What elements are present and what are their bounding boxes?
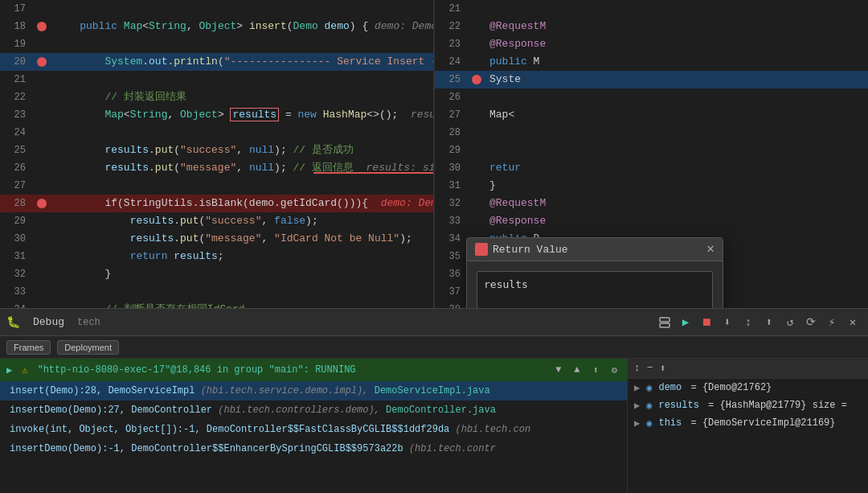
var-item-demo[interactable]: ▶ ◉ demo = {Demo@21762} xyxy=(628,379,868,396)
right-line-25: 25 Syste xyxy=(435,71,868,88)
code-line-19: 19 xyxy=(0,35,433,53)
dialog-close-button[interactable]: ✕ xyxy=(706,243,714,256)
thread-expand-icon[interactable]: ▼ xyxy=(555,364,561,376)
code-line-20: 20 System.out.println("---------------- … xyxy=(0,53,433,71)
return-value-input[interactable]: results xyxy=(477,271,713,308)
code-line-21: 21 xyxy=(0,71,433,88)
thread-filter-icon[interactable]: ⬆ xyxy=(593,364,599,376)
var-demo-eq: = {Demo@21762} xyxy=(685,382,772,393)
right-line-30: 30 retur xyxy=(435,159,868,177)
stack-list: insert(Demo):28, DemoServiceImpl (hbi.te… xyxy=(0,381,627,493)
svg-rect-1 xyxy=(660,318,669,322)
var-results-icon: ◉ xyxy=(646,400,652,412)
stack-frame-0[interactable]: insert(Demo):28, DemoServiceImpl (hbi.te… xyxy=(0,381,627,401)
code-line-23: 23 Map<String, Object> results = new Has… xyxy=(0,106,433,124)
tech-label: tech xyxy=(77,317,100,328)
right-line-31: 31 } xyxy=(435,177,868,195)
return-value-dialog[interactable]: Return Value ✕ results ? OK Cancel xyxy=(466,237,723,308)
code-line-32: 32 } xyxy=(0,265,433,283)
code-line-29: 29 results.put("success", false); xyxy=(0,212,433,230)
dialog-title-bar: Return Value ✕ xyxy=(467,238,723,261)
debug-btn-stop[interactable]: ⏹ xyxy=(698,314,715,331)
breakpoint-18[interactable] xyxy=(37,22,47,31)
debug-btn-more[interactable]: ⚡ xyxy=(823,314,841,331)
stack-frame-2[interactable]: invoke(int, Object, Object[]):-1, DemoCo… xyxy=(0,420,627,439)
var-expand-this[interactable]: ▶ xyxy=(634,417,640,429)
main-container: 17 18 public Map<String, Object> insert(… xyxy=(0,0,868,493)
right-line-28: 28 xyxy=(435,124,868,142)
code-lines: 17 18 public Map<String, Object> insert(… xyxy=(0,0,433,308)
var-results-name: results xyxy=(658,400,698,411)
right-line-29: 29 xyxy=(435,142,868,159)
code-line-33: 33 xyxy=(0,283,433,301)
code-line-31: 31 return results; xyxy=(0,248,433,265)
code-line-17: 17 xyxy=(0,0,433,18)
breakpoint-20[interactable] xyxy=(37,57,47,67)
code-area: 17 18 public Map<String, Object> insert(… xyxy=(0,0,868,308)
dialog-icon xyxy=(475,243,488,256)
var-item-this[interactable]: ▶ ◉ this = {DemoServiceImpl@21169} xyxy=(628,414,868,432)
stack-frame-3-method: insertDemo(Demo):-1, DemoController$$Enh… xyxy=(10,443,403,454)
deployment-button[interactable]: Deployment xyxy=(57,340,119,355)
var-collapse-icon[interactable]: − xyxy=(647,362,653,375)
thread-text: "http-nio-8080-exec-17"@18,846 in group … xyxy=(37,364,355,376)
var-demo-name: demo xyxy=(658,382,682,393)
stack-frame-0-location: (hbi.tech.service.demo.impl), xyxy=(201,385,369,396)
code-line-28: 28 if(StringUtils.isBlank(demo.getIdCard… xyxy=(0,195,433,212)
right-line-32: 32 @RequestM xyxy=(435,195,868,212)
stack-frame-3-location: (hbi.tech.contr xyxy=(409,443,496,454)
debug-toolbar: 🐛 Debug tech ▶ ⏹ ⬇ ↕ ⬆ ↺ ⟳ ⚡ ✕ xyxy=(0,309,868,336)
stack-frame-1-method: insertDemo(Demo):27, DemoController xyxy=(10,405,212,416)
breakpoint-28[interactable] xyxy=(37,199,47,208)
breakpoint-25[interactable] xyxy=(472,75,481,84)
var-toolbar: ↕ − ⬆ xyxy=(628,359,868,379)
thread-row: ▶ ⚠ "http-nio-8080-exec-17"@18,846 in gr… xyxy=(0,359,627,381)
stack-frame-0-file: DemoServiceImpl.java xyxy=(375,385,490,396)
stack-frame-1-file: DemoController.java xyxy=(386,405,496,416)
code-line-24: 24 xyxy=(0,124,433,142)
code-line-30: 30 results.put("message", "IdCard Not be… xyxy=(0,230,433,248)
var-sort-icon[interactable]: ⬆ xyxy=(660,362,666,375)
var-this-eq: = {DemoServiceImpl@21169} xyxy=(685,417,835,429)
right-line-21: 21 xyxy=(435,0,868,18)
dialog-body: results xyxy=(467,261,723,308)
debug-btn-step-into[interactable]: ↕ xyxy=(739,314,757,331)
debug-btn-run-cursor[interactable]: ↺ xyxy=(781,314,799,331)
debug-btn-step-over[interactable]: ⬇ xyxy=(719,314,736,331)
thread-warning-icon: ⚠ xyxy=(22,364,27,376)
frames-button[interactable]: Frames xyxy=(6,340,51,355)
variables-panel: ↕ − ⬆ ▶ ◉ demo = {Demo@21762} ▶ ◉ result… xyxy=(627,359,868,493)
debug-btn-step-out[interactable]: ⬆ xyxy=(760,314,778,331)
stack-frame-1[interactable]: insertDemo(Demo):27, DemoController (hbi… xyxy=(0,401,627,420)
debug-content: ▶ ⚠ "http-nio-8080-exec-17"@18,846 in gr… xyxy=(0,359,868,493)
debug-btn-evaluate[interactable]: ⟳ xyxy=(802,314,820,331)
var-expand-results[interactable]: ▶ xyxy=(634,400,640,412)
code-line-27: 27 xyxy=(0,177,433,195)
var-demo-icon: ◉ xyxy=(646,382,652,394)
var-expand-all-icon[interactable]: ↕ xyxy=(634,362,641,375)
debug-btn-resume[interactable]: ▶ xyxy=(677,314,694,331)
debug-btn-settings[interactable]: ✕ xyxy=(844,314,862,331)
code-line-26: 26 results.put("message", null); // 返回信息… xyxy=(0,159,433,177)
thread-play-icon: ▶ xyxy=(6,364,12,376)
code-line-34: 34 // 判断是否存在相同IdCard xyxy=(0,301,433,308)
thread-settings-icon[interactable]: ⚙ xyxy=(612,364,617,376)
var-this-icon: ◉ xyxy=(646,417,652,429)
right-line-26: 26 xyxy=(435,88,868,106)
code-line-18: 18 public Map<String, Object> insert(Dem… xyxy=(0,18,433,35)
code-line-25: 25 results.put("success", null); // 是否成功 xyxy=(0,142,433,159)
var-this-name: this xyxy=(658,417,682,429)
var-expand-demo[interactable]: ▶ xyxy=(634,382,640,394)
var-item-results[interactable]: ▶ ◉ results = {HashMap@21779} size = xyxy=(628,396,868,414)
right-line-22: 22 @RequestM xyxy=(435,18,868,35)
var-results-eq: = {HashMap@21779} size = xyxy=(702,400,847,411)
debug-tab-label[interactable]: Debug xyxy=(27,313,71,331)
right-line-33: 33 @Response xyxy=(435,212,868,230)
debug-btn-server[interactable] xyxy=(656,314,674,331)
stack-frame-3[interactable]: insertDemo(Demo):-1, DemoController$$Enh… xyxy=(0,439,627,458)
right-line-27: 27 Map< xyxy=(435,106,868,124)
thread-up-icon[interactable]: ▲ xyxy=(574,364,579,376)
stack-frame-0-method: insert(Demo):28, DemoServiceImpl xyxy=(10,385,194,396)
code-line-22: 22 // 封装返回结果 xyxy=(0,88,433,106)
frames-panel: ▶ ⚠ "http-nio-8080-exec-17"@18,846 in gr… xyxy=(0,359,627,493)
